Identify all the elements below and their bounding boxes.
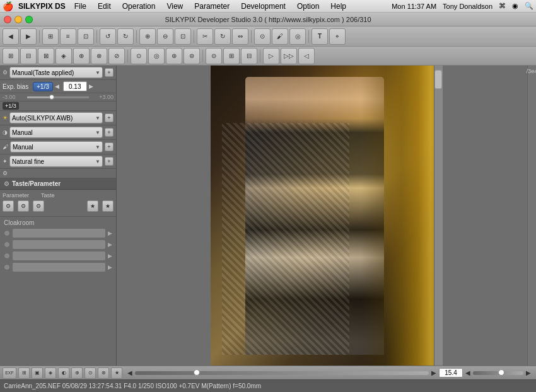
exp-bias-thumb[interactable]: [49, 95, 54, 100]
maximize-button[interactable]: [25, 16, 33, 23]
menu-file[interactable]: File: [73, 2, 88, 11]
tb-grid-btn[interactable]: ⊞: [42, 28, 59, 45]
menu-option[interactable]: Option: [296, 2, 320, 11]
wifi-icon[interactable]: ◉: [512, 2, 518, 10]
apple-menu[interactable]: 🍎: [3, 1, 13, 11]
cloak-bar-4[interactable]: [13, 263, 105, 272]
sharpness-dropdown[interactable]: Natural fine ▼: [9, 156, 103, 167]
taste-mode-plus[interactable]: +: [105, 68, 114, 77]
exp-bias-slider[interactable]: [27, 96, 89, 98]
tb2-btn2[interactable]: ⊟: [20, 48, 37, 64]
tb-fit-btn[interactable]: ⊡: [78, 28, 94, 45]
cloak-arrow-1[interactable]: ▶: [108, 230, 112, 236]
menu-operation[interactable]: Operation: [121, 2, 157, 11]
param-icon-btn-3[interactable]: ⚙: [33, 200, 44, 212]
bluetooth-icon[interactable]: ⌘: [499, 2, 506, 10]
nav-right-arrow[interactable]: ▶: [431, 369, 436, 376]
menu-view[interactable]: View: [165, 2, 184, 11]
zoom-slider-left[interactable]: ◀: [465, 369, 470, 376]
tb-select-btn[interactable]: ⊙: [254, 28, 271, 45]
zoom-slider[interactable]: [473, 371, 523, 375]
tb2-btn6[interactable]: ⊗: [91, 48, 107, 64]
close-button[interactable]: [4, 16, 11, 23]
exp-bias-value-btn[interactable]: +1/3: [33, 82, 53, 91]
bottom-icon-5[interactable]: ⊕: [71, 367, 83, 379]
exp-bias-input[interactable]: [63, 81, 87, 91]
photo-scrollbar-track[interactable]: [434, 66, 443, 366]
cloak-bar-3[interactable]: [13, 251, 105, 260]
tb2-btn9[interactable]: ◎: [148, 48, 165, 64]
cloak-arrow-3[interactable]: ▶: [108, 253, 112, 259]
tb2-btn5[interactable]: ⊕: [73, 48, 90, 64]
tb-brush-btn[interactable]: 🖌: [272, 28, 288, 45]
tb-list-btn[interactable]: ≡: [60, 28, 76, 45]
tb-target-btn[interactable]: ⌖: [329, 28, 346, 45]
menu-parameter[interactable]: Parameter: [193, 2, 231, 11]
tb2-btn1[interactable]: ⊞: [3, 48, 19, 64]
menu-help[interactable]: Help: [329, 2, 347, 11]
taste-mode-dropdown[interactable]: Manual(Taste applied) ▼: [9, 67, 103, 78]
zoom-slider-right[interactable]: ▶: [526, 369, 531, 376]
tb-crop-btn[interactable]: ✂: [197, 28, 213, 45]
param-icon-btn-1[interactable]: ⚙: [3, 200, 14, 212]
bottom-icon-4[interactable]: ◐: [58, 367, 69, 379]
taste-icon-btn-2[interactable]: ★: [102, 200, 114, 212]
tb-zoom-out-btn[interactable]: ⊖: [157, 28, 173, 45]
bottom-icon-2[interactable]: ▣: [32, 367, 43, 379]
tb-rotate-btn[interactable]: ↻: [214, 28, 231, 45]
nav-left-arrow[interactable]: ◀: [127, 369, 132, 376]
tb2-btn10[interactable]: ⊛: [166, 48, 182, 64]
zoom-thumb[interactable]: [498, 369, 504, 376]
nav-slider[interactable]: [135, 371, 429, 375]
tb-flip-btn[interactable]: ⇔: [232, 28, 248, 45]
tb2-btn3[interactable]: ⊠: [38, 48, 54, 64]
tb2-btn11[interactable]: ⊜: [184, 48, 200, 64]
param-icon-btn-2[interactable]: ⚙: [18, 200, 29, 212]
tb2-btn7[interactable]: ⊘: [108, 48, 125, 64]
cloak-arrow-2[interactable]: ▶: [108, 241, 112, 248]
bottom-icon-7[interactable]: ⊗: [98, 367, 109, 379]
app-name[interactable]: SILKYPIX DS: [18, 2, 66, 11]
tb-t-btn[interactable]: T: [312, 28, 328, 45]
exp-bias-left-arrow[interactable]: ◀: [55, 83, 61, 89]
tb-redo-btn[interactable]: ↻: [117, 28, 134, 45]
wb-dropdown[interactable]: Auto(SILKYPIX AWB) ▼: [9, 112, 103, 124]
tb-back-btn[interactable]: ◀: [3, 28, 19, 45]
tb-undo-btn[interactable]: ↺: [100, 28, 116, 45]
tb-forward-btn[interactable]: ▶: [20, 28, 37, 45]
tb-zoom-fit-btn[interactable]: ⊡: [175, 28, 191, 45]
cloak-bar-2[interactable]: [13, 240, 105, 249]
tb2-btn16[interactable]: ▷▷: [281, 48, 297, 64]
photo-display[interactable]: [211, 66, 443, 366]
wb-plus[interactable]: +: [105, 113, 114, 122]
tb-zoom-in-btn[interactable]: ⊕: [139, 28, 156, 45]
canvas-area[interactable]: /3e4: [117, 66, 536, 366]
bottom-icon-8[interactable]: ★: [111, 367, 122, 379]
tb-spot-btn[interactable]: ◎: [289, 28, 306, 45]
tb2-btn13[interactable]: ⊞: [223, 48, 240, 64]
menu-development[interactable]: Development: [240, 2, 287, 11]
sharpness-plus[interactable]: +: [105, 157, 114, 166]
tb2-btn15[interactable]: ▷: [263, 48, 279, 64]
minimize-button[interactable]: [15, 16, 22, 23]
photo-scrollbar-thumb[interactable]: [434, 70, 442, 89]
tb2-btn12[interactable]: ⊝: [206, 48, 222, 64]
tb2-btn14[interactable]: ⊟: [241, 48, 257, 64]
bottom-icon-6[interactable]: ⊙: [84, 367, 96, 379]
search-icon[interactable]: 🔍: [525, 2, 533, 10]
cloak-arrow-4[interactable]: ▶: [108, 264, 112, 270]
tone1-plus[interactable]: +: [105, 128, 114, 137]
tone1-dropdown[interactable]: Manual ▼: [9, 127, 103, 138]
bottom-exf-btn[interactable]: EXF: [3, 367, 16, 379]
cloak-bar-1[interactable]: [13, 229, 105, 238]
tb2-btn4[interactable]: ◈: [55, 48, 72, 64]
taste-icon-btn-1[interactable]: ★: [87, 200, 98, 212]
tb2-btn17[interactable]: ◁: [298, 48, 315, 64]
tone2-dropdown[interactable]: Manual ▼: [10, 141, 103, 153]
exp-bias-right-arrow[interactable]: ▶: [89, 83, 93, 89]
menu-edit[interactable]: Edit: [96, 2, 112, 11]
nav-thumb[interactable]: [194, 369, 200, 376]
bottom-icon-3[interactable]: ◈: [45, 367, 56, 379]
tone2-plus[interactable]: +: [105, 142, 114, 151]
tb2-btn8[interactable]: ⊙: [131, 48, 147, 64]
